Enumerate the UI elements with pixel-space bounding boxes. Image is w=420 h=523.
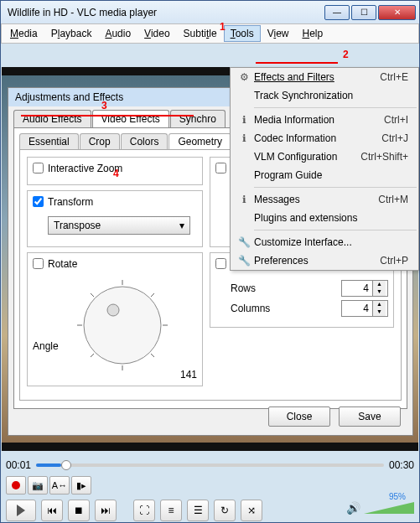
r-checkbox[interactable] bbox=[215, 163, 226, 173]
chevron-down-icon: ▾ bbox=[179, 220, 184, 231]
puzzle-columns-input[interactable] bbox=[342, 303, 372, 314]
svg-point-0 bbox=[84, 287, 161, 364]
menu-playback[interactable]: Playback bbox=[44, 25, 99, 42]
svg-line-8 bbox=[91, 354, 94, 357]
info-icon: ℹ bbox=[234, 114, 254, 126]
annotation-4: 4 bbox=[113, 168, 119, 179]
seek-thumb[interactable] bbox=[61, 460, 71, 470]
group-transform: Transform Transpose ▾ bbox=[27, 190, 203, 247]
rows-input[interactable] bbox=[342, 282, 372, 294]
time-current: 00:01 bbox=[6, 459, 31, 471]
sliders-icon: ⚙ bbox=[234, 71, 254, 83]
puzzle-columns-spinner[interactable]: ▲▼ bbox=[341, 300, 388, 317]
annotation-2-underline bbox=[256, 62, 338, 64]
svg-point-1 bbox=[107, 304, 119, 316]
menuitem-messages[interactable]: ℹ Messages Ctrl+M bbox=[231, 190, 418, 209]
menuitem-vlm-config[interactable]: VLM Configuration Ctrl+Shift+ bbox=[231, 148, 418, 166]
menubar: Media Playback Audio Video Subtitle Tool… bbox=[1, 23, 419, 44]
menuitem-codec-info[interactable]: ℹ Codec Information Ctrl+J bbox=[231, 129, 418, 148]
extended-button[interactable]: ≡ bbox=[160, 500, 182, 521]
menuitem-effects-filters[interactable]: ⚙ Effects and Filters Ctrl+E bbox=[231, 68, 418, 86]
angle-max: 141 bbox=[180, 369, 197, 381]
angle-label: Angle bbox=[33, 340, 59, 352]
transform-select[interactable]: Transpose ▾ bbox=[48, 216, 190, 235]
interactive-zoom-label: Interactive Zoom bbox=[48, 163, 122, 174]
ab-loop-button[interactable]: A↔ bbox=[49, 476, 70, 495]
annotation-1: 1 bbox=[220, 21, 226, 33]
volume-area: 🔊 95% bbox=[346, 501, 414, 515]
menuitem-media-info[interactable]: ℹ Media Information Ctrl+I bbox=[231, 111, 418, 129]
transform-label: Transform bbox=[48, 196, 93, 208]
wrench-icon: 🔧 bbox=[234, 255, 254, 267]
svg-line-9 bbox=[151, 354, 154, 357]
menu-subtitle[interactable]: Subtitle bbox=[177, 25, 224, 42]
annotation-3: 3 bbox=[101, 100, 107, 111]
tab-synchro[interactable]: Synchro bbox=[170, 110, 226, 127]
subtab-essential[interactable]: Essential bbox=[19, 133, 79, 149]
subtab-geometry[interactable]: Geometry bbox=[169, 133, 231, 149]
annotation-2: 2 bbox=[343, 49, 349, 60]
loop-button[interactable]: ↻ bbox=[214, 500, 236, 521]
tools-dropdown: ⚙ Effects and Filters Ctrl+E Track Synch… bbox=[230, 67, 419, 271]
separator bbox=[254, 107, 417, 108]
menuitem-program-guide[interactable]: Program Guide bbox=[231, 166, 418, 184]
maximize-button[interactable]: ☐ bbox=[351, 5, 376, 20]
rotate-checkbox[interactable] bbox=[33, 258, 44, 269]
playback-toolbar: ⏮ ⏹ ⏭ ⛶ ≡ ☰ ↻ ⤨ bbox=[6, 500, 262, 521]
interactive-zoom-checkbox[interactable] bbox=[33, 163, 44, 173]
transform-checkbox[interactable] bbox=[33, 196, 44, 207]
svg-line-6 bbox=[91, 293, 94, 297]
time-total: 00:30 bbox=[389, 459, 414, 471]
seek-bar: 00:01 00:30 bbox=[6, 459, 414, 471]
volume-slider[interactable] bbox=[364, 502, 414, 514]
record-toolbar: 📷 A↔ ▮▸ bbox=[6, 476, 91, 495]
rows-spinner[interactable]: ▲▼ bbox=[341, 280, 388, 297]
playlist-button[interactable]: ☰ bbox=[187, 500, 209, 521]
menu-view[interactable]: View bbox=[261, 25, 296, 42]
puzzle-columns-label: Columns bbox=[231, 303, 270, 314]
seek-fill bbox=[36, 463, 61, 467]
titlebar: Wildlife in HD - VLC media player — ☐ ✕ bbox=[0, 0, 420, 23]
separator bbox=[254, 230, 417, 230]
tab-audio-effects[interactable]: Audio Effects bbox=[13, 110, 91, 127]
info-icon: ℹ bbox=[234, 132, 254, 144]
snapshot-button[interactable]: 📷 bbox=[28, 476, 48, 495]
rows-label: Rows bbox=[231, 282, 256, 294]
puzzle-checkbox[interactable] bbox=[215, 258, 226, 269]
stop-button[interactable]: ⏹ bbox=[68, 500, 90, 521]
transform-value: Transpose bbox=[54, 220, 101, 231]
menu-video[interactable]: Video bbox=[137, 25, 176, 42]
menu-tools[interactable]: Tools bbox=[224, 25, 261, 42]
menuitem-preferences[interactable]: 🔧 Preferences Ctrl+P bbox=[231, 251, 418, 270]
menuitem-plugins[interactable]: Plugins and extensions bbox=[231, 209, 418, 227]
subtab-colors[interactable]: Colors bbox=[121, 133, 169, 149]
group-rotate: Rotate Angle 141 bbox=[27, 252, 203, 386]
prev-button[interactable]: ⏮ bbox=[41, 500, 63, 521]
shuffle-button[interactable]: ⤨ bbox=[241, 500, 262, 521]
menu-media[interactable]: Media bbox=[3, 25, 44, 42]
menuitem-track-sync[interactable]: Track Synchronization bbox=[231, 86, 418, 105]
frame-button[interactable]: ▮▸ bbox=[71, 476, 91, 495]
rotate-label: Rotate bbox=[48, 258, 77, 270]
menu-audio[interactable]: Audio bbox=[98, 25, 137, 42]
wrench-icon: 🔧 bbox=[234, 236, 254, 248]
fullscreen-button[interactable]: ⛶ bbox=[133, 500, 155, 521]
subtab-crop[interactable]: Crop bbox=[80, 133, 120, 149]
volume-label: 95% bbox=[389, 492, 406, 501]
close-dialog-button[interactable]: Close bbox=[268, 406, 330, 427]
seek-track[interactable] bbox=[36, 463, 384, 467]
next-button[interactable]: ⏭ bbox=[95, 500, 117, 521]
menu-help[interactable]: Help bbox=[295, 25, 329, 42]
menuitem-customize[interactable]: 🔧 Customize Interface... bbox=[231, 233, 418, 251]
tab-video-effects[interactable]: Video Effects bbox=[92, 110, 169, 127]
separator bbox=[254, 187, 417, 188]
speaker-icon[interactable]: 🔊 bbox=[346, 501, 360, 515]
record-button[interactable] bbox=[6, 476, 26, 495]
save-button[interactable]: Save bbox=[339, 406, 401, 427]
annotation-3-underline bbox=[21, 115, 194, 117]
close-button[interactable]: ✕ bbox=[378, 5, 416, 20]
rotate-dial[interactable] bbox=[55, 275, 189, 375]
svg-line-7 bbox=[151, 293, 154, 297]
minimize-button[interactable]: — bbox=[324, 5, 350, 20]
play-button[interactable] bbox=[6, 500, 36, 521]
